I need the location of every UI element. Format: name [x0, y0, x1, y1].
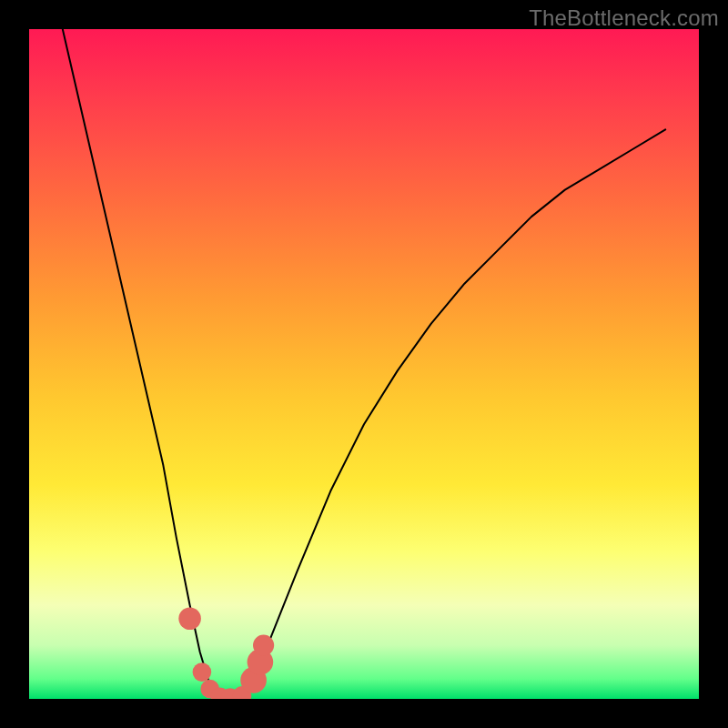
watermark-label: TheBottleneck.com — [529, 5, 719, 31]
data-marker — [253, 635, 274, 656]
chart-plot-area — [29, 29, 699, 699]
chart-svg — [29, 29, 699, 699]
data-marker — [178, 607, 201, 630]
data-markers — [178, 607, 274, 699]
data-marker — [193, 662, 212, 682]
bottleneck-curve — [63, 29, 665, 699]
chart-frame: TheBottleneck.com — [0, 0, 728, 728]
